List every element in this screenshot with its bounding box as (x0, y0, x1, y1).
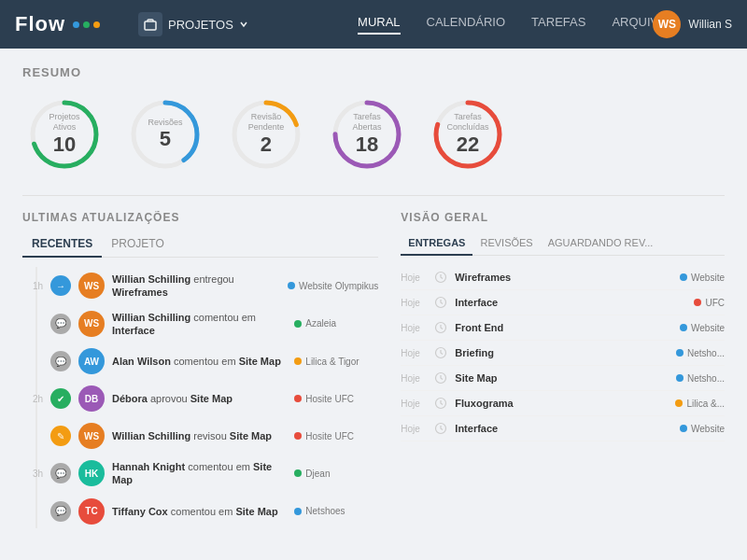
card-label: ProjetosAtivos (49, 112, 79, 133)
update-dot: ✔ (50, 388, 71, 409)
list-item: 💬 AW Alan Wilson comentou em Site Map Li… (22, 343, 378, 380)
visao-tab-entregas[interactable]: ENTREGAS (401, 233, 472, 256)
clock-icon (434, 271, 447, 284)
visao-proj-name: Netsho... (687, 373, 725, 384)
navbar: Flow PROJETOS MURAL CALENDÁRIO TAREFAS A… (0, 0, 747, 49)
nav-tarefas[interactable]: TAREFAS (531, 15, 585, 35)
divider (22, 195, 725, 196)
project-name: Lilica & Tigor (305, 357, 359, 367)
clock-icon (434, 371, 447, 385)
card-label: RevisãoPendente (248, 112, 285, 133)
clock-icon (434, 346, 447, 359)
visao-project: UFC (694, 298, 725, 308)
avatar: HK (78, 460, 105, 486)
chevron-down-icon (239, 20, 248, 29)
logo-dot-1 (73, 21, 79, 28)
visao-proj-dot (675, 399, 683, 407)
projects-button[interactable]: PROJETOS (131, 8, 256, 40)
visao-time: Hoje (401, 348, 427, 358)
user-menu[interactable]: WS Willian S (653, 10, 732, 38)
card-label: TarefasConcluídas (446, 112, 488, 133)
main-content: RESUMO ProjetosAtivos 10 Revisões 5 (0, 49, 747, 560)
card-circle: ProjetosAtivos 10 (27, 97, 102, 172)
card-circle: RevisãoPendente 2 (229, 97, 303, 172)
visao-project: Website (680, 323, 725, 333)
nav-mural[interactable]: MURAL (358, 15, 401, 35)
visao-proj-name: Website (691, 323, 725, 333)
two-col-layout: ULTIMAS ATUALIZAÇÕES RECENTES PROJETO 1h… (22, 211, 725, 528)
visao-project: Lilica &... (675, 399, 725, 409)
project-name: Netshoes (305, 506, 345, 516)
clock-icon (434, 422, 447, 435)
ultimas-tabs: RECENTES PROJETO (22, 233, 378, 258)
update-project: Hosite UFC (294, 431, 378, 441)
visao-project: Website (680, 424, 725, 434)
list-item: Hoje Site Map Netsho... (401, 366, 725, 391)
update-text: Alan Wilson comentou em Site Map (112, 355, 287, 368)
update-text: Débora aprovou Site Map (112, 392, 287, 405)
visao-task: Wireframes (455, 272, 672, 283)
card-value: 2 (261, 133, 272, 157)
list-item: Hoje Wireframes Website (401, 265, 725, 290)
list-item: 💬 WS Willian Schilling comentou em Inter… (22, 305, 378, 343)
nav-calendario[interactable]: CALENDÁRIO (427, 15, 506, 35)
card-value: 10 (53, 133, 76, 157)
visao-task: Site Map (455, 372, 669, 384)
visao-tabs: ENTREGAS REVISÕES AGUARDANDO REV... (401, 233, 725, 256)
update-dot: 💬 (50, 463, 71, 483)
visao-list: Hoje Wireframes Website Hoje Interface U… (401, 265, 725, 441)
project-name: Azaleia (305, 318, 336, 329)
visao-proj-dot (680, 425, 687, 432)
resumo-card: ProjetosAtivos 10 (22, 92, 106, 176)
clock-icon (434, 321, 447, 334)
visao-time: Hoje (401, 323, 427, 333)
project-name: Hosite UFC (305, 431, 354, 441)
visao-proj-name: Website (691, 424, 725, 434)
avatar: WS (78, 311, 105, 337)
visao-task: Fluxograma (455, 398, 668, 409)
logo: Flow (15, 12, 108, 36)
project-dot (294, 469, 302, 477)
list-item: 💬 TC Tiffany Cox comentou em Site Map Ne… (22, 493, 378, 528)
user-avatar: WS (653, 10, 681, 38)
briefcase-icon (144, 18, 157, 31)
list-item: 3h 💬 HK Hannah Knight comentou em Site M… (22, 455, 378, 493)
update-text: Willian Schilling revisou Site Map (112, 429, 287, 442)
card-inner: ProjetosAtivos 10 (49, 112, 79, 157)
project-name: Djean (305, 469, 330, 479)
resumo-card: Revisões 5 (123, 92, 207, 176)
project-dot (294, 508, 302, 515)
avatar: TC (78, 498, 105, 525)
update-project: Azaleia (294, 318, 378, 329)
visao-project: Netsho... (676, 373, 725, 384)
project-dot (294, 432, 302, 440)
update-project: Netshoes (294, 506, 378, 516)
visao-tab-aguardando[interactable]: AGUARDANDO REV... (541, 233, 661, 256)
resumo-title: RESUMO (22, 65, 725, 79)
logo-dots (73, 21, 100, 28)
ultimas-section: ULTIMAS ATUALIZAÇÕES RECENTES PROJETO 1h… (22, 211, 378, 528)
card-value: 22 (457, 133, 479, 157)
visao-task: Front End (455, 322, 672, 333)
resumo-card: TarefasAbertas 18 (325, 92, 409, 176)
visao-task: Interface (455, 423, 672, 434)
project-dot (294, 320, 302, 328)
user-name: Willian S (688, 18, 732, 31)
visao-proj-dot (676, 349, 684, 357)
visao-proj-dot (680, 273, 687, 281)
visao-proj-name: Website (691, 273, 725, 283)
list-item: ✎ WS Willian Schilling revisou Site Map … (22, 417, 378, 455)
list-item: Hoje Briefing Netsho... (401, 341, 725, 366)
logo-text: Flow (15, 12, 65, 36)
resumo-cards: ProjetosAtivos 10 Revisões 5 RevisãoPend… (22, 92, 725, 176)
tab-projeto[interactable]: PROJETO (102, 233, 173, 258)
card-inner: TarefasAbertas 18 (352, 112, 381, 157)
avatar: AW (78, 348, 105, 374)
update-project: Djean (294, 469, 378, 479)
card-value: 18 (356, 133, 378, 157)
nav-links: MURAL CALENDÁRIO TAREFAS ARQUIVOS (358, 15, 676, 35)
visao-tab-revisoes[interactable]: REVISÕES (472, 233, 540, 256)
visao-time: Hoje (401, 273, 427, 283)
tab-recentes[interactable]: RECENTES (22, 233, 102, 258)
update-project: Hosite UFC (294, 394, 378, 404)
